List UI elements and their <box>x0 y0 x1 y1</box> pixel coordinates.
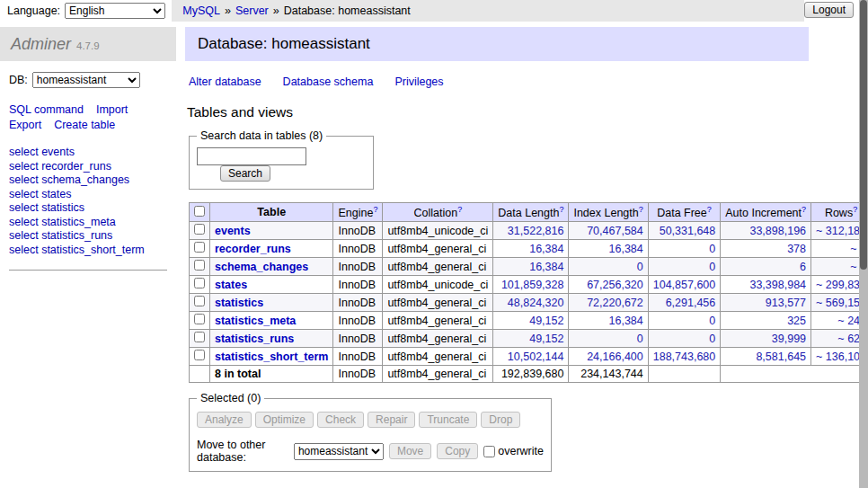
analyze-button[interactable]: Analyze <box>197 412 252 428</box>
data-length-cell: 16,384 <box>493 258 569 276</box>
create-table-link[interactable]: Create table <box>54 119 115 131</box>
privileges-link[interactable]: Privileges <box>394 75 443 88</box>
data-free-link[interactable]: 0 <box>709 261 715 273</box>
sidebar-item-select-recorder-runs[interactable]: select recorder_runs <box>9 160 167 174</box>
check-button[interactable]: Check <box>317 412 364 428</box>
overwrite-checkbox[interactable] <box>483 446 495 457</box>
table-link[interactable]: states <box>215 279 247 291</box>
engine-help-link[interactable]: ? <box>373 205 377 214</box>
database-schema-link[interactable]: Database schema <box>283 75 374 88</box>
optimize-button[interactable]: Optimize <box>255 412 314 428</box>
breadcrumb-link-mysql[interactable]: MySQL <box>182 4 220 17</box>
sidebar-table-list: select events select recorder_runs selec… <box>9 146 167 271</box>
data-length-help-link[interactable]: ? <box>559 205 563 214</box>
index-length-link[interactable]: 16,384 <box>609 243 643 255</box>
auto-increment-link[interactable]: 378 <box>787 243 806 255</box>
table-link[interactable]: schema_changes <box>215 261 308 273</box>
data-length-link[interactable]: 49,152 <box>529 333 563 345</box>
auto-increment-link[interactable]: 913,577 <box>766 297 806 309</box>
table-link[interactable]: statistics_meta <box>215 315 296 327</box>
truncate-button[interactable]: Truncate <box>419 412 477 428</box>
auto-increment-link[interactable]: 33,398,984 <box>749 279 806 291</box>
data-length-link[interactable]: 101,859,328 <box>501 279 564 291</box>
auto-increment-link[interactable]: 6 <box>800 261 806 273</box>
index-length-cell: 0 <box>569 330 648 348</box>
data-length-link[interactable]: 31,522,816 <box>508 225 564 237</box>
index-length-link[interactable]: 16,384 <box>609 315 643 327</box>
table-name-cell: statistics <box>210 294 333 312</box>
vertical-scrollbar[interactable] <box>859 0 868 488</box>
auto-increment-help-link[interactable]: ? <box>802 205 806 214</box>
auto-increment-link[interactable]: 325 <box>787 315 806 327</box>
sidebar-item-select-events[interactable]: select events <box>9 146 167 160</box>
data-length-link[interactable]: 16,384 <box>529 261 563 273</box>
breadcrumb-link-server[interactable]: Server <box>235 4 269 17</box>
import-link[interactable]: Import <box>96 103 128 116</box>
sidebar-item-select-statistics-runs[interactable]: select statistics_runs <box>9 229 167 244</box>
auto-increment-link[interactable]: 8,581,645 <box>756 350 806 363</box>
sidebar-item-select-states[interactable]: select states <box>9 188 167 202</box>
search-input[interactable] <box>197 147 306 165</box>
table-link[interactable]: events <box>215 225 251 237</box>
auto-increment-link[interactable]: 33,898,196 <box>749 225 806 237</box>
sidebar-item-select-schema-changes[interactable]: select schema_changes <box>9 173 167 188</box>
index-length-link[interactable]: 24,166,400 <box>587 350 643 363</box>
row-checkbox[interactable] <box>194 296 205 306</box>
data-length-link[interactable]: 49,152 <box>529 315 563 327</box>
index-length-link[interactable]: 0 <box>637 261 643 273</box>
row-checkbox[interactable] <box>194 278 205 288</box>
data-free-link[interactable]: 6,291,456 <box>666 297 716 309</box>
data-free-link[interactable]: 104,857,600 <box>653 279 716 291</box>
engine-cell: InnoDB <box>333 294 383 312</box>
move-db-select[interactable]: homeassistant <box>294 443 384 460</box>
data-free-link[interactable]: 0 <box>709 315 715 327</box>
index-length-link[interactable]: 67,256,320 <box>587 279 643 291</box>
row-checkbox[interactable] <box>194 224 205 235</box>
index-length-help-link[interactable]: ? <box>639 205 643 214</box>
row-select-cell <box>190 348 210 366</box>
scrollbar-thumb[interactable] <box>860 0 867 270</box>
data-free-link[interactable]: 0 <box>709 243 715 255</box>
sql-command-link[interactable]: SQL command <box>9 103 84 116</box>
data-free-link[interactable]: 50,331,648 <box>660 225 716 237</box>
total-data-length: 192,839,680 <box>493 366 569 383</box>
language-select[interactable]: English <box>65 3 165 19</box>
data-length-link[interactable]: 16,384 <box>529 243 563 255</box>
drop-button[interactable]: Drop <box>481 412 520 428</box>
repair-button[interactable]: Repair <box>368 412 415 428</box>
db-select[interactable]: homeassistant <box>32 72 140 88</box>
data-free-link[interactable]: 0 <box>709 333 715 345</box>
collation-help-link[interactable]: ? <box>457 205 462 214</box>
row-select-cell <box>190 240 210 258</box>
search-button[interactable]: Search <box>220 165 270 182</box>
table-link[interactable]: statistics <box>215 297 263 309</box>
move-button[interactable]: Move <box>389 443 431 459</box>
select-all-checkbox[interactable] <box>194 206 205 217</box>
sidebar-item-select-statistics-meta[interactable]: select statistics_meta <box>9 216 167 230</box>
index-length-link[interactable]: 72,220,672 <box>587 297 643 309</box>
index-length-link[interactable]: 0 <box>637 333 643 345</box>
data-free-help-link[interactable]: ? <box>707 205 712 214</box>
row-checkbox[interactable] <box>194 350 205 360</box>
sidebar-item-select-statistics[interactable]: select statistics <box>9 201 167 216</box>
table-link[interactable]: statistics_short_term <box>215 350 328 363</box>
rows-help-link[interactable]: ? <box>853 205 857 214</box>
row-checkbox[interactable] <box>194 260 205 271</box>
copy-button[interactable]: Copy <box>437 443 478 459</box>
row-checkbox[interactable] <box>194 242 205 253</box>
index-length-link[interactable]: 70,467,584 <box>587 225 643 237</box>
auto-increment-link[interactable]: 39,999 <box>772 333 806 345</box>
row-checkbox[interactable] <box>194 332 205 342</box>
row-checkbox[interactable] <box>194 314 205 324</box>
alter-database-link[interactable]: Alter database <box>189 75 261 88</box>
logout-button[interactable]: Logout <box>804 2 854 18</box>
data-length-link[interactable]: 10,502,144 <box>508 350 564 363</box>
page-title: Database: homeassistant <box>185 27 809 61</box>
table-link[interactable]: recorder_runs <box>215 243 291 255</box>
export-link[interactable]: Export <box>9 119 41 131</box>
sidebar-item-select-statistics-short-term[interactable]: select statistics_short_term <box>9 244 167 258</box>
data-free-link[interactable]: 188,743,680 <box>653 350 716 363</box>
table-link[interactable]: statistics_runs <box>215 333 294 345</box>
data-length-link[interactable]: 48,824,320 <box>508 297 564 309</box>
table-header-row: Table Engine? Collation? Data Length? In… <box>190 203 868 222</box>
